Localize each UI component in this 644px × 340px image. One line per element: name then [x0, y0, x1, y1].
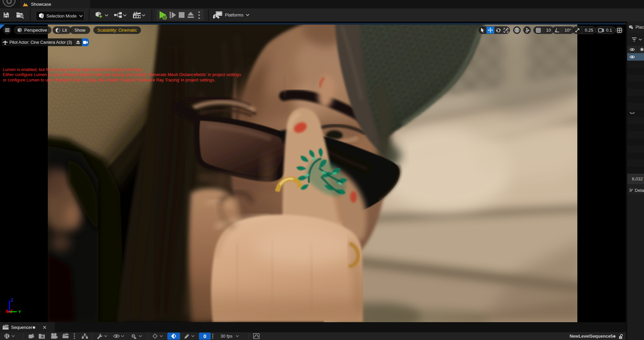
- svg-text:Z: Z: [11, 298, 13, 303]
- svg-text:Y: Y: [18, 309, 21, 313]
